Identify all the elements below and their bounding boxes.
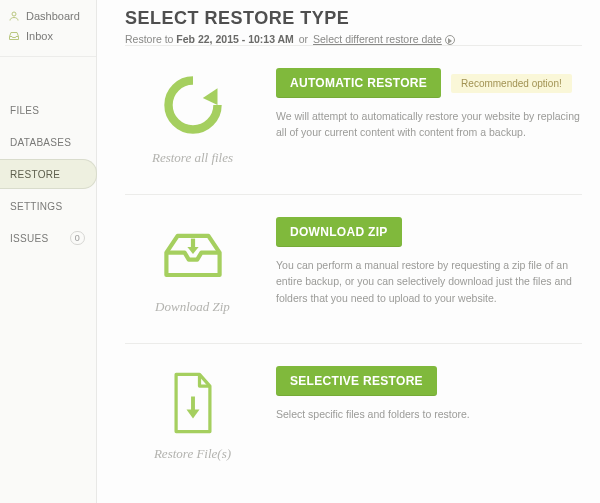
- option-download-zip: Download Zip DOWNLOAD ZIP You can perfor…: [125, 194, 582, 343]
- selective-restore-content: SELECTIVE RESTORE Select specific files …: [276, 366, 582, 462]
- download-zip-desc: You can perform a manual restore by requ…: [276, 257, 582, 306]
- arrow-right-circle-icon: [445, 35, 455, 45]
- sidebar-item-files[interactable]: FILES: [0, 95, 96, 125]
- automatic-restore-button[interactable]: AUTOMATIC RESTORE: [276, 68, 441, 98]
- restore-prefix: Restore to: [125, 33, 176, 45]
- nav-dashboard[interactable]: Dashboard: [0, 6, 96, 26]
- inbox-icon: [8, 30, 20, 42]
- select-different-date-link[interactable]: Select different restore date: [313, 33, 442, 45]
- download-zip-button[interactable]: DOWNLOAD ZIP: [276, 217, 402, 247]
- option-selective-restore: Restore File(s) SELECTIVE RESTORE Select…: [125, 343, 582, 490]
- sidebar-label: FILES: [10, 105, 39, 116]
- or-text: or: [294, 33, 313, 45]
- svg-marker-3: [187, 247, 198, 254]
- sidebar-item-databases[interactable]: DATABASES: [0, 127, 96, 157]
- svg-marker-1: [202, 88, 217, 105]
- auto-restore-content: AUTOMATIC RESTORE Recommended option! We…: [276, 68, 582, 166]
- page-title: SELECT RESTORE TYPE: [125, 8, 582, 29]
- svg-marker-5: [186, 410, 199, 419]
- selective-restore-illustration: Restore File(s): [125, 366, 260, 462]
- restore-date: Feb 22, 2015 - 10:13 AM: [176, 33, 294, 45]
- download-zip-content: DOWNLOAD ZIP You can perform a manual re…: [276, 217, 582, 315]
- nav-inbox[interactable]: Inbox: [0, 26, 96, 46]
- svg-point-0: [12, 12, 16, 16]
- selective-restore-button[interactable]: SELECTIVE RESTORE: [276, 366, 437, 396]
- sidebar: Dashboard Inbox FILES DATABASES RESTORE …: [0, 0, 97, 503]
- sidebar-item-restore[interactable]: RESTORE: [0, 159, 97, 189]
- sidebar-label: ISSUES: [10, 233, 48, 244]
- download-tray-icon: [158, 219, 228, 289]
- sidebar-list: FILES DATABASES RESTORE SETTINGS ISSUES …: [0, 95, 96, 253]
- nav-dashboard-label: Dashboard: [26, 10, 80, 22]
- option-auto-restore: Restore all files AUTOMATIC RESTORE Reco…: [125, 45, 582, 194]
- recommended-badge: Recommended option!: [451, 74, 572, 93]
- download-zip-caption: Download Zip: [125, 299, 260, 315]
- sidebar-label: RESTORE: [10, 169, 60, 180]
- auto-restore-caption: Restore all files: [125, 150, 260, 166]
- top-nav: Dashboard Inbox: [0, 0, 96, 57]
- restore-cycle-icon: [158, 70, 228, 140]
- issues-count-badge: 0: [70, 231, 85, 245]
- auto-restore-desc: We will attempt to automatically restore…: [276, 108, 582, 141]
- sidebar-label: DATABASES: [10, 137, 71, 148]
- restore-subtitle: Restore to Feb 22, 2015 - 10:13 AM or Se…: [125, 33, 582, 45]
- sidebar-item-issues[interactable]: ISSUES 0: [0, 223, 96, 253]
- selective-restore-caption: Restore File(s): [125, 446, 260, 462]
- sidebar-item-settings[interactable]: SETTINGS: [0, 191, 96, 221]
- main: SELECT RESTORE TYPE Restore to Feb 22, 2…: [97, 0, 600, 503]
- user-icon: [8, 10, 20, 22]
- selective-restore-desc: Select specific files and folders to res…: [276, 406, 582, 422]
- auto-restore-illustration: Restore all files: [125, 68, 260, 166]
- nav-inbox-label: Inbox: [26, 30, 53, 42]
- sidebar-label: SETTINGS: [10, 201, 62, 212]
- download-zip-illustration: Download Zip: [125, 217, 260, 315]
- file-download-icon: [167, 370, 219, 436]
